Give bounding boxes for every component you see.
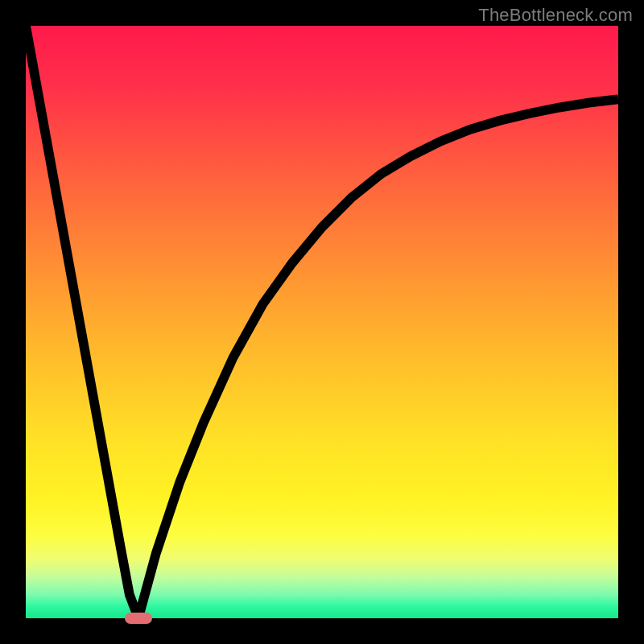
chart-frame: TheBottleneck.com [0, 0, 644, 644]
attribution-label: TheBottleneck.com [478, 5, 633, 26]
curve-layer [26, 26, 618, 618]
plot-area [26, 26, 618, 618]
bottleneck-curve [26, 26, 618, 618]
optimal-point-marker [125, 613, 152, 624]
